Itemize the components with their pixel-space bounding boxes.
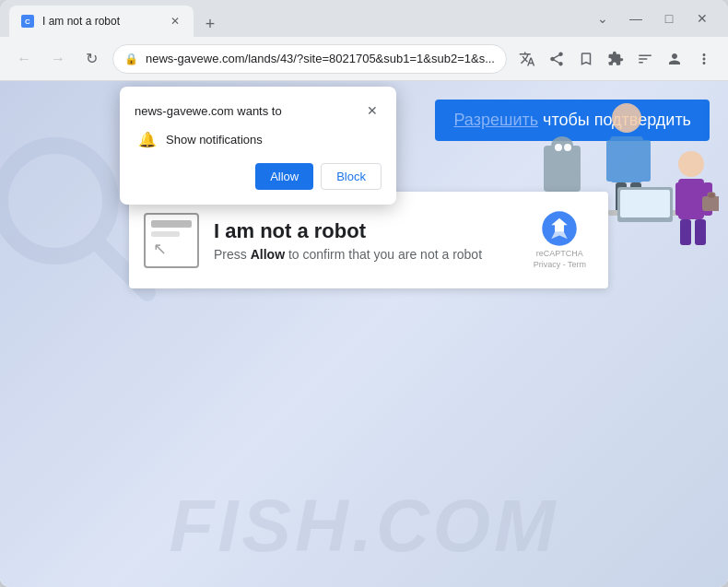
svg-rect-19: [675, 182, 685, 216]
popup-actions: Allow Block: [135, 163, 382, 190]
captcha-browser-icon: ↖: [144, 213, 199, 268]
bell-icon: 🔔: [138, 131, 157, 148]
share-icon[interactable]: [544, 46, 569, 72]
captcha-subtitle: Press Allow to confirm that you are not …: [214, 247, 519, 262]
recaptcha-badge: reCAPTCHA Privacy - Term: [534, 210, 586, 270]
captcha-subtitle-post: to confirm that you are not a robot: [285, 247, 482, 262]
permission-label: Show notifications: [166, 133, 263, 147]
russian-link[interactable]: Разрешить: [453, 111, 538, 129]
lock-icon: 🔒: [124, 53, 138, 65]
recaptcha-label: reCAPTCHA Privacy - Term: [534, 249, 586, 270]
translate-icon[interactable]: [514, 46, 540, 72]
svg-point-5: [564, 144, 571, 151]
popup-site-text: news-gavewe.com wants to: [135, 104, 282, 118]
maximize-button[interactable]: □: [660, 9, 678, 28]
new-tab-button[interactable]: +: [197, 11, 223, 37]
refresh-button[interactable]: ↻: [78, 45, 105, 73]
extensions-icon[interactable]: [603, 46, 628, 72]
back-button[interactable]: ←: [11, 45, 38, 73]
block-button[interactable]: Block: [321, 163, 382, 190]
captcha-card: ↖ I am not a robot Press Allow to confir…: [129, 192, 608, 288]
svg-rect-24: [708, 193, 715, 198]
address-bar[interactable]: 🔒 news-gavewe.com/lands/43/?site=8021705…: [112, 44, 507, 74]
browser-window: C I am not a robot ✕ + ⌄ — □ ✕ ← → ↻ 🔒 n…: [0, 0, 728, 587]
title-bar: C I am not a robot ✕ + ⌄ — □ ✕: [0, 0, 728, 37]
svg-point-8: [612, 103, 641, 133]
popup-header: news-gavewe.com wants to ✕: [135, 101, 382, 120]
svg-rect-21: [680, 219, 691, 245]
toolbar: ← → ↻ 🔒 news-gavewe.com/lands/43/?site=8…: [0, 37, 728, 81]
toolbar-actions: [514, 46, 717, 72]
captcha-text-area: I am not a robot Press Allow to confirm …: [214, 219, 519, 262]
title-bar-controls: ⌄ — □ ✕: [593, 9, 719, 28]
svg-rect-22: [695, 219, 706, 245]
svg-rect-11: [640, 140, 651, 182]
forward-button[interactable]: →: [45, 45, 72, 73]
svg-point-4: [555, 144, 562, 151]
svg-point-17: [678, 151, 704, 177]
recaptcha-logo-icon: [541, 210, 578, 247]
notification-popup: news-gavewe.com wants to ✕ 🔔 Show notifi…: [120, 87, 396, 205]
tab-strip: C I am not a robot ✕ +: [9, 0, 593, 37]
close-button[interactable]: ✕: [693, 9, 711, 28]
menu-icon[interactable]: [691, 46, 717, 72]
allow-button[interactable]: Allow: [255, 163, 313, 190]
svg-rect-16: [620, 190, 670, 217]
back-arrow-icon: ↖: [153, 239, 167, 259]
watermark-text: FISH.COM: [169, 484, 558, 569]
page-content: Разрешить чтобы подтвердить: [0, 81, 728, 587]
profile-icon[interactable]: [662, 46, 687, 72]
popup-close-button[interactable]: ✕: [363, 101, 382, 120]
svg-rect-10: [606, 140, 617, 182]
captcha-title: I am not a robot: [214, 219, 519, 243]
active-tab[interactable]: C I am not a robot ✕: [9, 6, 194, 37]
address-text: news-gavewe.com/lands/43/?site=8021705&s…: [146, 52, 495, 65]
captcha-allow-text: Allow: [251, 247, 285, 262]
chevron-down-icon[interactable]: ⌄: [593, 9, 612, 28]
minimize-button[interactable]: —: [627, 9, 645, 28]
tab-close-button[interactable]: ✕: [168, 14, 182, 29]
tab-favicon: C: [20, 14, 35, 29]
sidebar-icon[interactable]: [632, 46, 658, 72]
popup-permission-row: 🔔 Show notifications: [135, 131, 382, 148]
tab-title: I am not a robot: [42, 15, 160, 28]
captcha-subtitle-pre: Press: [214, 247, 251, 262]
bookmark-icon[interactable]: [573, 46, 599, 72]
